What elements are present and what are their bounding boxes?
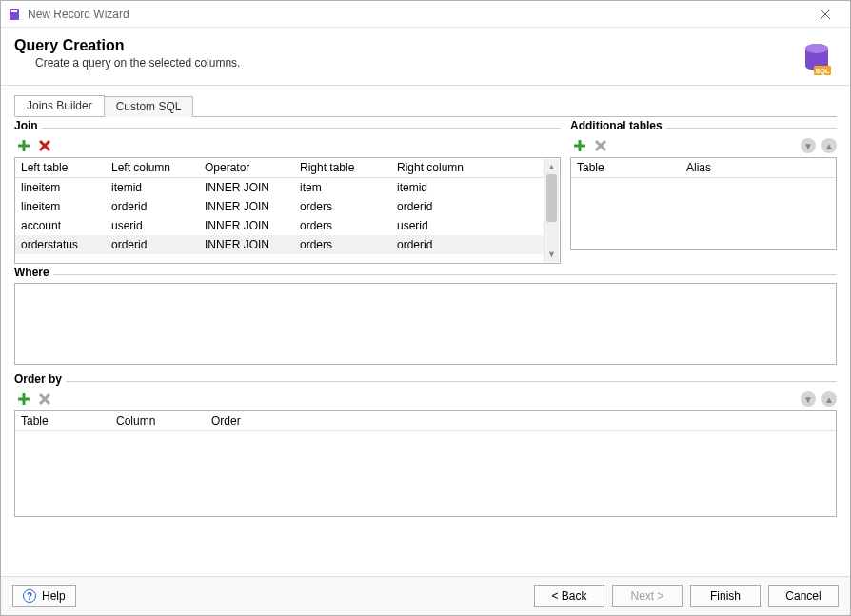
move-down-icon[interactable]: ▼ xyxy=(801,138,816,153)
orderby-table[interactable]: Table Column Order xyxy=(14,410,837,517)
join-and-additional-row: Join Left table xyxy=(14,127,837,269)
join-group: Join Left table xyxy=(14,127,561,269)
svg-rect-0 xyxy=(10,9,19,20)
tab-bar: Joins Builder Custom SQL xyxy=(14,95,837,117)
sql-database-icon: SQL xyxy=(802,43,831,77)
where-legend: Where xyxy=(14,266,53,279)
remove-additional-table-button[interactable] xyxy=(593,138,608,153)
orderby-move-up-icon[interactable]: ▲ xyxy=(821,391,837,407)
wizard-window: New Record Wizard Query Creation Create … xyxy=(0,0,851,616)
col-alias[interactable]: Alias xyxy=(681,158,836,177)
svg-rect-1 xyxy=(11,10,17,12)
window-title: New Record Wizard xyxy=(28,8,129,21)
col-left-column[interactable]: Left column xyxy=(106,158,199,177)
scroll-down-icon[interactable]: ▼ xyxy=(544,247,559,262)
add-orderby-button[interactable] xyxy=(16,391,31,407)
tab-custom-sql[interactable]: Custom SQL xyxy=(104,96,194,117)
finish-button[interactable]: Finish xyxy=(690,585,761,607)
add-join-button[interactable] xyxy=(16,138,31,153)
where-text-area[interactable] xyxy=(14,283,837,365)
remove-orderby-button[interactable] xyxy=(37,391,52,407)
col-operator[interactable]: Operator xyxy=(199,158,294,177)
join-row[interactable]: orderstatus orderid INNER JOIN orders or… xyxy=(15,235,544,254)
col-ob-order[interactable]: Order xyxy=(206,411,836,430)
col-left-table[interactable]: Left table xyxy=(15,158,106,177)
remove-join-button[interactable] xyxy=(37,138,52,153)
join-legend: Join xyxy=(14,119,42,132)
window-close-button[interactable] xyxy=(806,1,844,27)
col-ob-column[interactable]: Column xyxy=(110,411,206,430)
additional-legend: Additional tables xyxy=(570,119,666,132)
wizard-header: Query Creation Create a query on the sel… xyxy=(1,28,850,86)
next-button[interactable]: Next > xyxy=(612,585,683,607)
svg-point-5 xyxy=(805,44,828,53)
join-toolbar xyxy=(14,136,561,157)
additional-tables-group: Additional tables ▼ ▲ xyxy=(570,127,837,269)
join-row[interactable]: lineitem itemid INNER JOIN item itemid xyxy=(15,178,544,197)
scroll-up-icon[interactable]: ▲ xyxy=(544,159,559,174)
orderby-legend: Order by xyxy=(14,372,66,386)
app-icon xyxy=(7,7,22,22)
wizard-body: Joins Builder Custom SQL Join xyxy=(1,86,850,576)
additional-toolbar: ▼ ▲ xyxy=(570,136,837,157)
orderby-group: Order by ▼ ▲ Table Colu xyxy=(14,380,837,523)
help-label: Help xyxy=(42,589,66,603)
wizard-footer: ? Help < Back Next > Finish Cancel xyxy=(1,576,850,615)
tab-joins-builder[interactable]: Joins Builder xyxy=(14,95,105,116)
orderby-header: Table Column Order xyxy=(15,411,836,431)
join-scrollbar[interactable]: ▲ ▼ xyxy=(544,159,559,262)
join-table-header: Left table Left column Operator Right ta… xyxy=(15,158,544,178)
col-right-table[interactable]: Right table xyxy=(294,158,391,177)
join-row[interactable]: account userid INNER JOIN orders userid xyxy=(15,216,544,235)
orderby-move-down-icon[interactable]: ▼ xyxy=(801,391,816,407)
additional-header: Table Alias xyxy=(571,158,836,178)
col-right-column[interactable]: Right column xyxy=(391,158,544,177)
help-icon: ? xyxy=(23,589,36,603)
back-button[interactable]: < Back xyxy=(534,585,604,607)
page-title: Query Creation xyxy=(14,37,837,54)
svg-text:SQL: SQL xyxy=(816,68,830,75)
add-additional-table-button[interactable] xyxy=(572,138,587,153)
where-group: Where xyxy=(14,273,837,370)
cancel-button[interactable]: Cancel xyxy=(768,585,839,607)
move-up-icon[interactable]: ▲ xyxy=(821,138,837,153)
scroll-thumb[interactable] xyxy=(546,174,557,222)
col-ob-table[interactable]: Table xyxy=(15,411,110,430)
join-table[interactable]: Left table Left column Operator Right ta… xyxy=(14,157,561,264)
col-table[interactable]: Table xyxy=(571,158,681,177)
orderby-toolbar: ▼ ▲ xyxy=(14,389,837,410)
help-button[interactable]: ? Help xyxy=(12,585,76,607)
additional-tables-list[interactable]: Table Alias xyxy=(570,157,837,250)
join-row[interactable]: lineitem orderid INNER JOIN orders order… xyxy=(15,197,544,216)
page-subtitle: Create a query on the selected columns. xyxy=(35,56,837,70)
titlebar: New Record Wizard xyxy=(1,1,850,28)
